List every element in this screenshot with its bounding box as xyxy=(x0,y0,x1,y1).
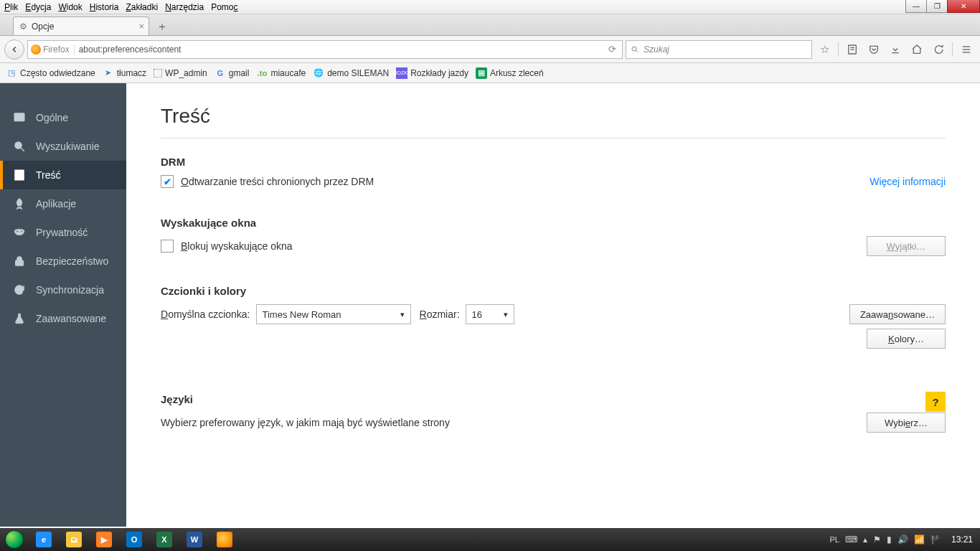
menu-help[interactable]: Pomoc xyxy=(211,2,237,12)
bookmark-star-button[interactable]: ☆ xyxy=(815,40,834,59)
drm-playback-checkbox[interactable] xyxy=(161,175,174,188)
sidebar-label: Wyszukiwanie xyxy=(36,141,100,152)
schedule-icon: ROZKŁ xyxy=(396,67,407,79)
bookmark-tlumacz[interactable]: ➤tłumacz xyxy=(103,67,146,79)
default-font-select[interactable]: Times New Roman xyxy=(256,304,411,324)
sidebar-label: Prywatność xyxy=(36,227,88,238)
svg-rect-5 xyxy=(892,52,898,53)
sidebar-label: Zaawansowane xyxy=(36,313,106,324)
tray-battery-icon[interactable]: ▮ xyxy=(887,534,892,545)
tray-action-center-icon[interactable]: ⚑ xyxy=(873,534,881,545)
sidebar-item-advanced[interactable]: Zaawansowane xyxy=(0,304,126,333)
menu-file[interactable]: Plik xyxy=(4,2,18,12)
menu-tools[interactable]: Narzędzia xyxy=(165,2,204,12)
sidebar-item-applications[interactable]: Aplikacje xyxy=(0,189,126,218)
most-visited-icon: ◳ xyxy=(6,67,17,79)
tray-chevron-up-icon[interactable]: ▴ xyxy=(863,534,867,545)
sidebar-item-general[interactable]: Ogólne xyxy=(0,103,126,132)
sidebar-label: Bezpieczeństwo xyxy=(36,255,108,267)
taskbar-firefox[interactable] xyxy=(209,528,240,551)
choose-language-button[interactable]: Wybierz… xyxy=(867,413,946,433)
to-icon: .to xyxy=(256,67,268,79)
section-heading-languages: Języki xyxy=(161,393,946,405)
tab-close-icon[interactable]: × xyxy=(138,21,144,32)
font-size-select[interactable]: 16 xyxy=(466,304,514,324)
tray-flag-icon[interactable]: 🏴 xyxy=(930,534,941,545)
google-icon: G xyxy=(215,67,226,79)
downloads-button[interactable] xyxy=(886,40,905,59)
translate-icon: ➤ xyxy=(103,67,114,79)
mask-icon xyxy=(13,226,26,239)
help-button[interactable]: ? xyxy=(925,392,946,412)
popup-exceptions-button[interactable]: Wyjątki… xyxy=(867,236,946,256)
pocket-button[interactable] xyxy=(864,40,883,59)
rocket-icon xyxy=(13,197,26,210)
magnifier-icon xyxy=(631,45,639,54)
section-heading-fonts: Czcionki i kolory xyxy=(161,285,946,297)
globe-icon: 🌐 xyxy=(313,67,324,79)
taskbar-word[interactable]: W xyxy=(179,528,209,551)
bookmark-arkusz[interactable]: ▦Arkusz zleceń xyxy=(476,67,544,79)
nav-toolbar: Firefox about:preferences#content ⟳ Szuk… xyxy=(0,36,980,63)
menu-edit[interactable]: Edycja xyxy=(25,2,51,12)
tab-strip: ⚙ Opcje × ＋ xyxy=(0,14,980,36)
taskbar-ie[interactable]: e xyxy=(29,528,59,551)
gear-icon: ⚙ xyxy=(19,22,27,32)
drm-more-info-link[interactable]: Więcej informacji xyxy=(870,176,946,187)
taskbar-excel[interactable]: X xyxy=(149,528,179,551)
svg-rect-19 xyxy=(16,260,24,265)
bookmark-most-visited[interactable]: ◳Często odwiedzane xyxy=(6,67,95,79)
flask-icon xyxy=(13,312,26,325)
menu-bookmarks[interactable]: Zakładki xyxy=(126,2,158,12)
chat-button[interactable] xyxy=(929,40,948,59)
svg-point-0 xyxy=(632,47,636,51)
bookmark-miaucafe[interactable]: .tomiaucafe xyxy=(256,67,306,79)
sidebar-item-content[interactable]: Treść xyxy=(0,161,126,189)
system-tray: PL ⌨ ▴ ⚑ ▮ 🔊 📶 🏴 13:21 xyxy=(830,534,981,545)
search-bar[interactable]: Szukaj xyxy=(626,40,812,59)
url-bar[interactable]: Firefox about:preferences#content ⟳ xyxy=(27,40,623,59)
sidebar-item-search[interactable]: Wyszukiwanie xyxy=(0,132,126,161)
sidebar-label: Ogólne xyxy=(36,112,68,123)
bookmark-rozklady[interactable]: ROZKŁRozkłady jazdy xyxy=(396,67,468,79)
block-popups-checkbox[interactable] xyxy=(161,240,174,253)
taskbar-explorer[interactable]: 🗂 xyxy=(59,528,89,551)
bookmark-gmail[interactable]: Ggmail xyxy=(215,67,250,79)
preferences-main: Treść DRM Odtwarzanie treści chronionych… xyxy=(126,83,980,527)
drm-playback-label: Odtwarzanie treści chronionych przez DRM xyxy=(181,176,374,187)
colors-button[interactable]: Kolory… xyxy=(867,329,946,349)
start-button[interactable] xyxy=(0,528,29,551)
window-minimize-button[interactable]: — xyxy=(905,0,927,13)
hamburger-menu-button[interactable] xyxy=(957,40,976,59)
bookmark-sileman[interactable]: 🌐demo SILEMAN xyxy=(313,67,389,79)
window-maximize-button[interactable]: ❐ xyxy=(926,0,948,13)
reload-button[interactable]: ⟳ xyxy=(606,44,619,55)
back-button[interactable] xyxy=(4,39,24,60)
general-icon xyxy=(13,111,26,124)
tray-lang[interactable]: PL xyxy=(830,535,839,544)
bookmarks-toolbar: ◳Często odwiedzane ➤tłumacz WP_admin Ggm… xyxy=(0,63,980,83)
sidebar-item-sync[interactable]: Synchronizacja xyxy=(0,276,126,304)
fonts-advanced-button[interactable]: Zaawansowane… xyxy=(849,304,946,324)
taskbar-mediaplayer[interactable]: ▶ xyxy=(89,528,119,551)
windows-orb-icon xyxy=(5,530,24,549)
tray-clock[interactable]: 13:21 xyxy=(951,534,973,545)
tray-network-icon[interactable]: 📶 xyxy=(914,534,925,545)
bookmarks-menu-button[interactable] xyxy=(843,40,862,59)
home-button[interactable] xyxy=(908,40,926,59)
tray-keyboard-icon[interactable]: ⌨ xyxy=(845,534,857,545)
menu-history[interactable]: Historia xyxy=(90,2,119,12)
tab-options[interactable]: ⚙ Opcje × xyxy=(13,17,149,35)
taskbar-outlook[interactable]: O xyxy=(119,528,149,551)
bookmark-wpadmin[interactable]: WP_admin xyxy=(154,68,207,78)
new-tab-button[interactable]: ＋ xyxy=(152,18,172,35)
svg-point-17 xyxy=(17,230,18,232)
sidebar-item-privacy[interactable]: Prywatność xyxy=(0,218,126,247)
sidebar-item-security[interactable]: Bezpieczeństwo xyxy=(0,247,126,276)
content-icon xyxy=(13,169,26,182)
firefox-icon xyxy=(31,44,41,55)
window-close-button[interactable]: ✕ xyxy=(947,0,980,13)
tray-volume-icon[interactable]: 🔊 xyxy=(897,534,908,545)
menu-view[interactable]: Widok xyxy=(58,2,82,12)
search-placeholder: Szukaj xyxy=(644,44,669,55)
